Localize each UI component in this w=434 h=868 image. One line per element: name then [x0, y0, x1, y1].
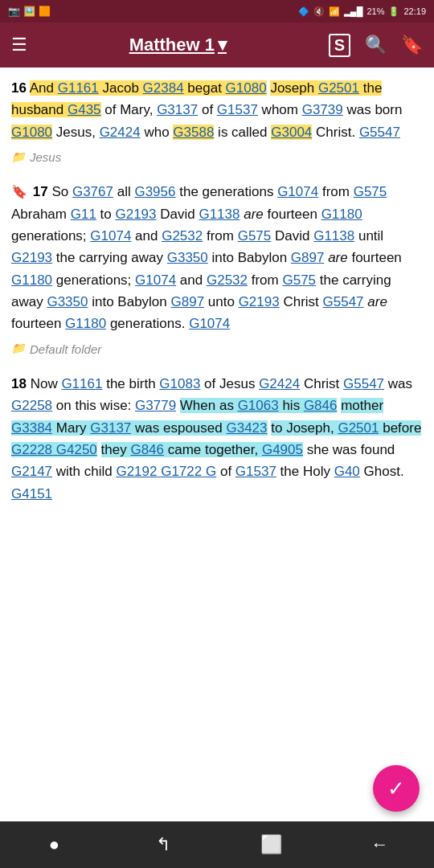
v18-g1537b[interactable]: G1537 [235, 464, 276, 479]
v16-g2384[interactable]: G2384 [143, 80, 184, 96]
v16-g2501[interactable]: G2501 [318, 80, 359, 96]
v16-g2424[interactable]: G2424 [100, 125, 141, 140]
v18-g2147[interactable]: G2147 [11, 464, 52, 479]
v16-g435[interactable]: G435 [68, 102, 101, 117]
v17-g575b[interactable]: G575 [238, 228, 272, 244]
v16-g1080b[interactable]: G1080 [11, 125, 52, 140]
v18-g1083[interactable]: G1083 [159, 376, 200, 391]
v18-g3137[interactable]: G3137 [90, 420, 131, 436]
verse-17-bookmark[interactable]: 🔖 [11, 185, 27, 199]
v18-g2192[interactable]: G2192 [116, 464, 157, 479]
v18-theholy: the Holy [276, 464, 334, 479]
v16-g3739[interactable]: G3739 [302, 102, 343, 117]
v17-g1074b[interactable]: G1074 [90, 228, 131, 244]
v17-g3350b[interactable]: G3350 [47, 294, 88, 309]
v18-was: was [384, 376, 412, 391]
nav-title[interactable]: Matthew 1 ▾ [129, 35, 227, 55]
verse-num-17: 17 [33, 184, 48, 199]
v17-g3767[interactable]: G3767 [72, 184, 113, 199]
wifi-icon: 📶 [329, 6, 340, 17]
v17-g2193a[interactable]: G2193 [115, 207, 156, 222]
v17-g2532a[interactable]: G2532 [162, 228, 203, 244]
v16-g3004[interactable]: G3004 [271, 125, 312, 140]
v17-g575a[interactable]: G575 [354, 184, 387, 199]
v18-g3384[interactable]: G3384 [11, 420, 52, 436]
v17-g897a[interactable]: G897 [291, 250, 325, 265]
v16-jesus: Jesus, [56, 125, 100, 140]
v16-g5547[interactable]: G5547 [359, 125, 400, 140]
v18-g3779[interactable]: G3779 [135, 398, 176, 413]
v16-g1080a[interactable]: G1080 [226, 80, 267, 96]
v18-g2424[interactable]: G2424 [259, 376, 300, 391]
bottom-nav-dot[interactable]: ● [0, 834, 108, 855]
v18-found: found [361, 442, 395, 457]
v18-g4905[interactable]: G4905 [262, 442, 303, 457]
v17-g1074c[interactable]: G1074 [135, 272, 176, 288]
status-icon-1: 📷 [8, 6, 20, 17]
v17-unto: unto [204, 294, 239, 309]
v18-they: they [101, 442, 131, 457]
v16-g3588[interactable]: G3588 [173, 125, 214, 140]
v18-tojoseph: to Joseph, [271, 420, 338, 436]
bible-content: 16 And G1161 Jacob G2384 begat G1080 Jos… [0, 68, 434, 535]
v17-g575c[interactable]: G575 [282, 272, 316, 288]
v17-g2193c[interactable]: G2193 [239, 294, 280, 309]
v16-ofmary: of Mary, [101, 102, 158, 117]
v18-g1537[interactable]: G [202, 464, 216, 479]
status-left-icons: 📷 🖼️ 🟧 [8, 6, 51, 17]
fab-button[interactable]: ✓ [373, 765, 420, 812]
v18-g2501[interactable]: G2501 [338, 420, 379, 436]
v18-cametogether: came together, [164, 442, 262, 457]
v18-g4151[interactable]: G4151 [11, 486, 52, 502]
v17-g2532b[interactable]: G2532 [207, 272, 248, 288]
bottom-nav-square[interactable]: ⬜ [217, 834, 326, 855]
v17-christ: Christ [280, 294, 323, 309]
bookmark-icon[interactable]: 🔖 [401, 35, 423, 55]
v16-g3137[interactable]: G3137 [157, 102, 198, 117]
nav-bar: ☰ Matthew 1 ▾ S 🔍 🔖 [0, 23, 434, 68]
v17-g11[interactable]: G11 [71, 207, 96, 222]
bottom-nav-return[interactable]: ← [326, 834, 434, 855]
time: 22:19 [403, 6, 426, 16]
v17-carrying1: the carrying away [52, 250, 167, 265]
verse-num-16: 16 [11, 80, 27, 96]
v18-g846b[interactable]: G846 [130, 442, 164, 457]
bottom-nav-back-arrow[interactable]: ↰ [108, 834, 217, 855]
v17-g1138a[interactable]: G1138 [199, 207, 240, 222]
menu-icon[interactable]: ☰ [11, 35, 27, 55]
v17-g1180b[interactable]: G1180 [11, 272, 52, 288]
search-icon[interactable]: 🔍 [365, 35, 387, 55]
v18-g1063[interactable]: G1063 [238, 398, 279, 413]
v17-g1180c[interactable]: G1180 [65, 316, 106, 331]
v17-g1138b[interactable]: G1138 [313, 228, 354, 244]
bluetooth-icon: 🔷 [298, 6, 309, 17]
v16-wasborn: was born [343, 102, 403, 117]
v17-g1074d[interactable]: G1074 [189, 316, 230, 331]
v18-g1161[interactable]: G1161 [61, 376, 102, 391]
v18-mary: Mary [52, 420, 90, 436]
v17-g5547[interactable]: G5547 [323, 294, 364, 309]
v17-g1074a[interactable]: G1074 [277, 184, 318, 199]
v17-are2: are fourteen [324, 250, 401, 265]
v18-g2228[interactable]: G2228 [11, 442, 52, 457]
v17-to: to [96, 207, 116, 222]
v18-wasespoused: was espoused [131, 420, 226, 436]
v17-g3956[interactable]: G3956 [134, 184, 175, 199]
v16-g1537[interactable]: G1537 [217, 102, 258, 117]
v16-joseph: Joseph [270, 80, 318, 96]
v18-g4250[interactable]: G4250 [52, 442, 97, 457]
v17-g2193b[interactable]: G2193 [11, 250, 52, 265]
v17-from2: from [203, 228, 237, 244]
v18-g2258[interactable]: G2258 [11, 398, 52, 413]
v18-g40[interactable]: G40 [334, 464, 360, 479]
strongs-icon[interactable]: S [329, 34, 350, 57]
v17-g3350a[interactable]: G3350 [167, 250, 208, 265]
v18-g846a[interactable]: G846 [304, 398, 338, 413]
v18-g1722[interactable]: G1722 [157, 464, 202, 479]
v17-g1180a[interactable]: G1180 [321, 207, 362, 222]
v16-g1161[interactable]: G1161 [58, 80, 99, 96]
status-bar: 📷 🖼️ 🟧 🔷 🔇 📶 ▂▄█ 21% 🔋 22:19 [0, 0, 434, 23]
v17-g897b[interactable]: G897 [171, 294, 205, 309]
v18-g5547[interactable]: G5547 [343, 376, 384, 391]
v18-g3423[interactable]: G3423 [226, 420, 267, 436]
